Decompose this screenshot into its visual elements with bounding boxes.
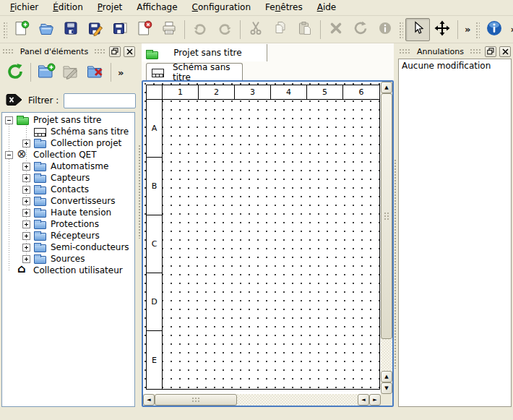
menu-item[interactable]: Configuration xyxy=(185,0,258,15)
move-tool-button[interactable] xyxy=(430,18,454,41)
delete-button[interactable] xyxy=(324,18,348,41)
new-document-button[interactable] xyxy=(9,18,34,41)
tree-item[interactable]: Schéma sans titre xyxy=(2,126,134,137)
tree-item-icon xyxy=(34,163,46,171)
tree-item[interactable]: Projet sans titre xyxy=(2,114,134,126)
main-toolbar: » » xyxy=(0,16,513,43)
tree-item[interactable]: Convertisseurs xyxy=(2,195,134,207)
tree-expand-toggle[interactable] xyxy=(22,232,30,240)
tree-item-label: Haute tension xyxy=(51,207,111,218)
edit-category-button[interactable] xyxy=(59,60,83,85)
print-button[interactable] xyxy=(157,18,181,41)
menu-item[interactable]: Aide xyxy=(310,0,344,15)
paste-button[interactable] xyxy=(293,18,317,41)
cut-button[interactable] xyxy=(243,18,268,41)
dock-close-button[interactable] xyxy=(499,46,511,57)
menu-item[interactable]: Fenêtres xyxy=(258,0,310,15)
grid-column-header: 5 xyxy=(307,85,343,99)
scroll-right-button[interactable]: ► xyxy=(369,394,381,406)
left-splitter[interactable] xyxy=(137,43,142,407)
dock-drag-texture[interactable] xyxy=(399,48,411,54)
tree-item[interactable]: Collection utilisateur xyxy=(2,265,134,276)
tree-expand-toggle[interactable] xyxy=(5,151,13,159)
toolbar-drag-handle[interactable] xyxy=(398,21,403,38)
select-pointer-button[interactable] xyxy=(405,18,430,41)
toolbar-overflow-button[interactable]: » xyxy=(506,24,513,35)
tree-item[interactable]: Capteurs xyxy=(2,172,134,184)
tree-item[interactable]: Semi-conducteurs xyxy=(2,241,134,253)
dock-drag-texture[interactable] xyxy=(94,48,106,54)
menu-item[interactable]: Fichier xyxy=(3,0,46,15)
tree-item-label: Capteurs xyxy=(51,173,90,183)
tree-expand-toggle[interactable] xyxy=(22,140,30,147)
rotate-button[interactable] xyxy=(348,18,373,41)
tree-expand-toggle[interactable] xyxy=(22,209,30,217)
dock-drag-texture[interactable] xyxy=(470,48,482,54)
scrollbar-corner xyxy=(381,394,392,406)
delete-category-button[interactable] xyxy=(83,60,108,85)
toolbar-drag-handle[interactable] xyxy=(2,21,7,38)
panel-toolbar-overflow-button[interactable]: » xyxy=(114,67,127,78)
redo-button[interactable] xyxy=(212,18,237,41)
scroll-up-button[interactable]: ▲ xyxy=(381,82,392,93)
new-category-button[interactable] xyxy=(34,60,59,85)
paper-interior[interactable] xyxy=(163,100,379,389)
copy-button[interactable] xyxy=(268,18,293,41)
scroll-up-button[interactable]: ▲ xyxy=(381,371,392,382)
undo-panel-dock: Annulations Aucune modification xyxy=(397,43,513,420)
tree-expand-toggle[interactable] xyxy=(22,186,30,194)
vertical-scrollbar[interactable]: ▲ ▲ ▼ xyxy=(381,82,392,394)
dock-drag-texture[interactable] xyxy=(2,48,14,54)
clear-filter-button[interactable] xyxy=(5,93,23,108)
tree-item[interactable]: Contacts xyxy=(2,184,134,195)
toolbar-overflow-button[interactable]: » xyxy=(461,24,474,35)
tree-expand-toggle[interactable] xyxy=(5,116,13,124)
save-as-button[interactable] xyxy=(83,18,108,41)
tree-item[interactable]: Collection QET xyxy=(2,149,134,160)
open-document-button[interactable] xyxy=(34,18,59,41)
tree-expand-toggle[interactable] xyxy=(22,163,30,171)
about-info-button[interactable] xyxy=(482,18,506,41)
scroll-left-button[interactable]: ◄ xyxy=(143,394,155,406)
horizontal-scroll-thumb[interactable] xyxy=(155,394,237,406)
tree-item-label: Collection utilisateur xyxy=(33,265,123,275)
schema-tab[interactable]: Schéma sans titre xyxy=(146,63,243,80)
undo-panel-header: Annulations xyxy=(397,43,513,58)
menu-item[interactable]: Édition xyxy=(46,0,90,15)
scroll-left-button[interactable]: ◄ xyxy=(358,394,369,406)
undo-list[interactable]: Aucune modification xyxy=(398,59,512,407)
tree-item[interactable]: Protections xyxy=(2,218,134,230)
save-all-button[interactable] xyxy=(108,18,132,41)
menu-item[interactable]: Projet xyxy=(90,0,129,15)
mdi-area: Projet sans titre Schéma sans titre 1234… xyxy=(142,43,394,407)
splitter-handle-dots xyxy=(394,159,397,369)
tree-item[interactable]: Récepteurs xyxy=(2,230,134,241)
reload-collections-button[interactable] xyxy=(3,60,27,85)
open-document-icon xyxy=(38,20,54,38)
tree-expand-toggle[interactable] xyxy=(22,244,30,252)
tree-expand-toggle[interactable] xyxy=(22,197,30,205)
save-button[interactable] xyxy=(59,18,83,41)
scroll-down-button[interactable]: ▼ xyxy=(381,382,392,394)
vertical-scroll-thumb[interactable] xyxy=(381,93,392,339)
filter-input[interactable] xyxy=(64,93,136,108)
project-tab[interactable]: Projet sans titre xyxy=(142,44,267,61)
grid-column-header: 4 xyxy=(271,85,307,99)
dock-float-button[interactable] xyxy=(109,46,121,57)
undo-button[interactable] xyxy=(188,18,212,41)
dock-close-button[interactable] xyxy=(124,46,135,57)
diagram-scene[interactable]: 123456 ABCDE xyxy=(143,82,381,394)
info-circle-button[interactable] xyxy=(373,18,397,41)
tree-expand-toggle[interactable] xyxy=(22,174,30,182)
tree-item-icon xyxy=(34,256,46,264)
close-document-button[interactable] xyxy=(132,18,157,41)
horizontal-scrollbar[interactable]: ◄ ◄ ► xyxy=(143,394,381,406)
undo-list-item[interactable]: Aucune modification xyxy=(399,59,511,72)
menu-item[interactable]: Affichage xyxy=(129,0,184,15)
tree-expand-toggle[interactable] xyxy=(22,220,30,228)
toolbar-separator xyxy=(30,63,31,82)
toolbar-drag-handle[interactable] xyxy=(475,21,480,38)
tree-item[interactable]: Haute tension xyxy=(2,207,134,218)
tree-item[interactable]: Automatisme xyxy=(2,160,134,172)
dock-float-button[interactable] xyxy=(485,46,496,57)
